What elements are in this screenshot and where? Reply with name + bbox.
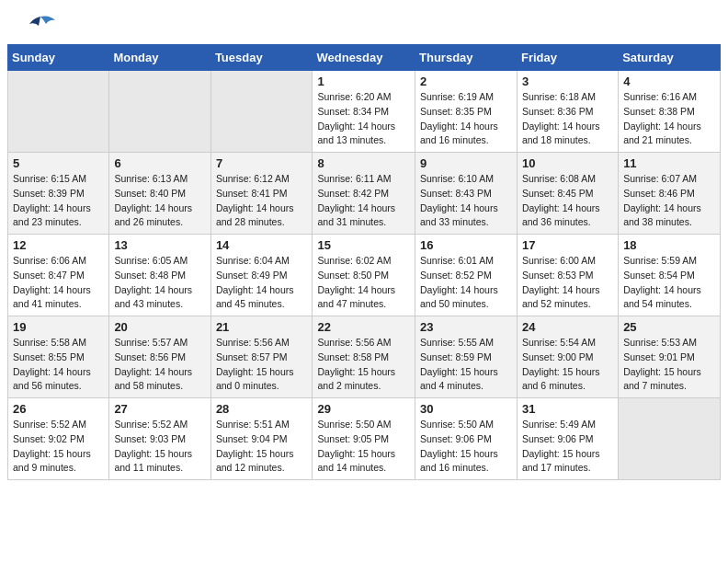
calendar-cell: 7Sunrise: 6:12 AMSunset: 8:41 PMDaylight… <box>210 153 313 235</box>
day-info: Sunrise: 6:19 AMSunset: 8:35 PMDaylight:… <box>420 90 512 148</box>
calendar-cell: 27Sunrise: 5:52 AMSunset: 9:03 PMDayligh… <box>109 398 210 480</box>
calendar-cell: 24Sunrise: 5:54 AMSunset: 9:00 PMDayligh… <box>517 316 618 398</box>
calendar-week-row: 19Sunrise: 5:58 AMSunset: 8:55 PMDayligh… <box>8 316 721 398</box>
day-info: Sunrise: 6:12 AMSunset: 8:41 PMDaylight:… <box>216 172 308 230</box>
day-number: 27 <box>114 402 205 416</box>
calendar-week-row: 5Sunrise: 6:15 AMSunset: 8:39 PMDaylight… <box>8 153 721 235</box>
calendar-cell: 15Sunrise: 6:02 AMSunset: 8:50 PMDayligh… <box>313 235 415 316</box>
day-info: Sunrise: 6:08 AMSunset: 8:45 PMDaylight:… <box>522 172 613 230</box>
day-number: 25 <box>623 320 715 334</box>
calendar-cell: 21Sunrise: 5:56 AMSunset: 8:57 PMDayligh… <box>210 316 313 398</box>
day-number: 20 <box>114 320 205 334</box>
day-info: Sunrise: 6:13 AMSunset: 8:40 PMDaylight:… <box>114 172 205 230</box>
calendar-cell: 31Sunrise: 5:49 AMSunset: 9:06 PMDayligh… <box>517 398 618 480</box>
day-info: Sunrise: 5:52 AMSunset: 9:03 PMDaylight:… <box>114 418 205 476</box>
calendar-cell: 14Sunrise: 6:04 AMSunset: 8:49 PMDayligh… <box>210 235 313 316</box>
page-header <box>0 0 728 44</box>
day-number: 10 <box>522 156 613 170</box>
day-number: 31 <box>522 402 613 416</box>
day-number: 18 <box>623 238 715 252</box>
weekday-header-row: SundayMondayTuesdayWednesdayThursdayFrid… <box>8 45 721 71</box>
day-number: 28 <box>216 402 308 416</box>
day-number: 13 <box>114 238 205 252</box>
logo-bird-icon <box>24 15 57 35</box>
day-info: Sunrise: 5:56 AMSunset: 8:58 PMDaylight:… <box>317 336 410 394</box>
day-number: 30 <box>420 402 512 416</box>
day-info: Sunrise: 5:59 AMSunset: 8:54 PMDaylight:… <box>623 254 715 312</box>
day-info: Sunrise: 5:50 AMSunset: 9:05 PMDaylight:… <box>317 418 410 476</box>
day-info: Sunrise: 5:54 AMSunset: 9:00 PMDaylight:… <box>522 336 613 394</box>
day-number: 11 <box>623 156 715 170</box>
day-info: Sunrise: 6:11 AMSunset: 8:42 PMDaylight:… <box>317 172 410 230</box>
day-info: Sunrise: 5:51 AMSunset: 9:04 PMDaylight:… <box>216 418 308 476</box>
day-info: Sunrise: 6:18 AMSunset: 8:36 PMDaylight:… <box>522 90 613 148</box>
day-number: 4 <box>623 75 715 88</box>
day-info: Sunrise: 6:10 AMSunset: 8:43 PMDaylight:… <box>420 172 512 230</box>
day-info: Sunrise: 6:07 AMSunset: 8:46 PMDaylight:… <box>623 172 715 230</box>
calendar-week-row: 1Sunrise: 6:20 AMSunset: 8:34 PMDaylight… <box>8 71 721 153</box>
calendar-cell: 19Sunrise: 5:58 AMSunset: 8:55 PMDayligh… <box>8 316 109 398</box>
day-info: Sunrise: 6:05 AMSunset: 8:48 PMDaylight:… <box>114 254 205 312</box>
calendar-week-row: 26Sunrise: 5:52 AMSunset: 9:02 PMDayligh… <box>8 398 721 480</box>
day-info: Sunrise: 5:49 AMSunset: 9:06 PMDaylight:… <box>522 418 613 476</box>
day-number: 14 <box>216 238 308 252</box>
day-info: Sunrise: 5:56 AMSunset: 8:57 PMDaylight:… <box>216 336 308 394</box>
day-info: Sunrise: 5:55 AMSunset: 8:59 PMDaylight:… <box>420 336 512 394</box>
calendar-cell: 29Sunrise: 5:50 AMSunset: 9:05 PMDayligh… <box>313 398 415 480</box>
day-info: Sunrise: 6:16 AMSunset: 8:38 PMDaylight:… <box>623 90 715 148</box>
day-info: Sunrise: 5:53 AMSunset: 9:01 PMDaylight:… <box>623 336 715 394</box>
calendar-cell <box>8 71 109 153</box>
weekday-header-friday: Friday <box>517 45 618 71</box>
day-number: 6 <box>114 156 205 170</box>
calendar-cell: 6Sunrise: 6:13 AMSunset: 8:40 PMDaylight… <box>109 153 210 235</box>
calendar-cell: 30Sunrise: 5:50 AMSunset: 9:06 PMDayligh… <box>415 398 518 480</box>
calendar-cell: 9Sunrise: 6:10 AMSunset: 8:43 PMDaylight… <box>415 153 518 235</box>
day-number: 22 <box>317 320 410 334</box>
day-info: Sunrise: 6:02 AMSunset: 8:50 PMDaylight:… <box>317 254 410 312</box>
day-number: 9 <box>420 156 512 170</box>
calendar-cell: 5Sunrise: 6:15 AMSunset: 8:39 PMDaylight… <box>8 153 109 235</box>
weekday-header-tuesday: Tuesday <box>210 45 313 71</box>
day-number: 3 <box>522 75 613 88</box>
day-info: Sunrise: 6:00 AMSunset: 8:53 PMDaylight:… <box>522 254 613 312</box>
calendar-table: SundayMondayTuesdayWednesdayThursdayFrid… <box>7 44 721 480</box>
calendar-cell: 11Sunrise: 6:07 AMSunset: 8:46 PMDayligh… <box>619 153 721 235</box>
day-info: Sunrise: 5:58 AMSunset: 8:55 PMDaylight:… <box>13 336 104 394</box>
day-info: Sunrise: 6:06 AMSunset: 8:47 PMDaylight:… <box>13 254 104 312</box>
calendar-cell <box>109 71 210 153</box>
calendar-cell: 10Sunrise: 6:08 AMSunset: 8:45 PMDayligh… <box>517 153 618 235</box>
day-number: 19 <box>13 320 104 334</box>
day-number: 2 <box>420 75 512 88</box>
calendar-cell: 17Sunrise: 6:00 AMSunset: 8:53 PMDayligh… <box>517 235 618 316</box>
day-info: Sunrise: 5:50 AMSunset: 9:06 PMDaylight:… <box>420 418 512 476</box>
calendar-cell: 20Sunrise: 5:57 AMSunset: 8:56 PMDayligh… <box>109 316 210 398</box>
calendar-cell: 16Sunrise: 6:01 AMSunset: 8:52 PMDayligh… <box>415 235 518 316</box>
day-info: Sunrise: 6:20 AMSunset: 8:34 PMDaylight:… <box>317 90 410 148</box>
calendar-cell: 2Sunrise: 6:19 AMSunset: 8:35 PMDaylight… <box>415 71 518 153</box>
weekday-header-saturday: Saturday <box>619 45 721 71</box>
day-number: 12 <box>13 238 104 252</box>
day-number: 15 <box>317 238 410 252</box>
day-number: 23 <box>420 320 512 334</box>
day-number: 21 <box>216 320 308 334</box>
day-number: 5 <box>13 156 104 170</box>
day-number: 17 <box>522 238 613 252</box>
weekday-header-wednesday: Wednesday <box>313 45 415 71</box>
logo <box>22 17 57 35</box>
day-info: Sunrise: 6:04 AMSunset: 8:49 PMDaylight:… <box>216 254 308 312</box>
calendar-cell: 8Sunrise: 6:11 AMSunset: 8:42 PMDaylight… <box>313 153 415 235</box>
calendar-cell: 28Sunrise: 5:51 AMSunset: 9:04 PMDayligh… <box>210 398 313 480</box>
day-number: 26 <box>13 402 104 416</box>
calendar-cell: 22Sunrise: 5:56 AMSunset: 8:58 PMDayligh… <box>313 316 415 398</box>
day-number: 24 <box>522 320 613 334</box>
weekday-header-monday: Monday <box>109 45 210 71</box>
calendar-cell: 18Sunrise: 5:59 AMSunset: 8:54 PMDayligh… <box>619 235 721 316</box>
calendar-cell: 26Sunrise: 5:52 AMSunset: 9:02 PMDayligh… <box>8 398 109 480</box>
day-info: Sunrise: 5:52 AMSunset: 9:02 PMDaylight:… <box>13 418 104 476</box>
day-number: 29 <box>317 402 410 416</box>
calendar-cell: 25Sunrise: 5:53 AMSunset: 9:01 PMDayligh… <box>619 316 721 398</box>
calendar-cell: 12Sunrise: 6:06 AMSunset: 8:47 PMDayligh… <box>8 235 109 316</box>
calendar-cell <box>619 398 721 480</box>
day-number: 16 <box>420 238 512 252</box>
day-info: Sunrise: 6:01 AMSunset: 8:52 PMDaylight:… <box>420 254 512 312</box>
